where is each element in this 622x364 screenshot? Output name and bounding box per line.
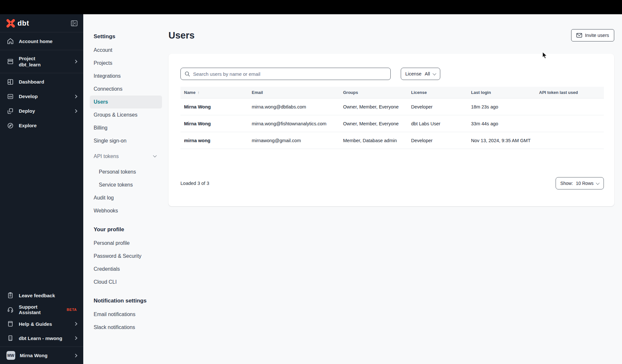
settings-item-cloud-cli[interactable]: Cloud CLI [90,276,162,289]
settings-item-audit-log[interactable]: Audit log [90,191,162,204]
settings-item-connections[interactable]: Connections [90,83,162,96]
cell-license: dbt Labs User [408,121,467,126]
chevron-right-icon [74,354,77,357]
book-icon [6,320,14,328]
search-box [180,68,391,80]
cell-name: Mirna Wong [180,104,248,109]
code-icon [6,93,14,100]
chevron-right-icon [74,336,77,340]
sidebar-item-label: Leave feedback [19,293,55,298]
dbt-logo-icon [6,19,15,28]
dashboard-icon [6,78,14,86]
chevron-right-icon [74,109,77,113]
cell-last-login: 18m 23s ago [467,104,536,109]
page-title: Users [168,30,195,41]
cell-name: Mirna Wong [180,121,248,126]
settings-item-integrations[interactable]: Integrations [90,70,162,83]
column-header-license[interactable]: License [408,90,467,95]
sidebar-item-support-assistant[interactable]: Support Assistant BETA [0,302,83,317]
cell-groups: Owner, Member, Everyone [340,104,408,109]
sidebar-item-leave-feedback[interactable]: Leave feedback [0,288,83,302]
home-icon [6,37,14,45]
column-header-email[interactable]: Email [248,90,340,95]
user-name: Mirna Wong [20,353,48,358]
settings-item-users[interactable]: Users [90,96,162,108]
top-bar [0,0,622,14]
invite-users-button[interactable]: Invite users [571,29,614,41]
column-header-api-token-last-used[interactable]: API token last used [536,90,604,95]
column-header-groups[interactable]: Groups [340,90,408,95]
sidebar-item-label: Deploy [19,108,35,114]
table-row[interactable]: mirna wong mirnawong@gmail.com Member, D… [180,132,604,149]
settings-item-credentials[interactable]: Credentials [90,263,162,276]
chevron-right-icon [74,95,77,98]
cell-last-login: Nov 13, 2024, 9:35 AM GMT [467,138,536,143]
settings-item-personal-profile[interactable]: Personal profile [90,237,162,250]
archive-icon [6,58,14,65]
settings-item-slack-notifications[interactable]: Slack notifications [90,321,162,334]
sidebar-project-name: dbt_learn [19,62,41,67]
search-input[interactable] [193,71,386,77]
clipboard-icon [6,291,14,299]
sidebar-item-account-home[interactable]: Account home [0,32,83,50]
license-filter-dropdown[interactable]: License All [401,68,440,80]
settings-item-service-tokens[interactable]: Service tokens [90,178,162,191]
chevron-down-icon [432,72,436,75]
cell-name: mirna wong [180,138,248,143]
cell-groups: Member, Database admin [340,138,408,143]
column-header-name[interactable]: Name↑ [180,90,248,95]
users-table: Name↑ Email Groups License Last login AP… [180,87,604,149]
sidebar-spacer [0,133,83,288]
settings-item-projects[interactable]: Projects [90,57,162,70]
chevron-down-icon [596,181,599,185]
sidebar-item-label: Explore [19,123,37,128]
sidebar-header: dbt [0,14,83,32]
cell-license: Developer [408,138,467,143]
table-row[interactable]: Mirna Wong mirna.wong@fishtownanalytics.… [180,115,604,132]
settings-item-single-sign-on[interactable]: Single sign-on [90,134,162,147]
dbt-logo: dbt [6,19,29,28]
settings-item-account[interactable]: Account [90,44,162,57]
building-icon [6,334,14,342]
your-profile-heading: Your profile [90,226,162,233]
sidebar-item-deploy[interactable]: Deploy [0,104,83,118]
settings-item-api-tokens[interactable]: API tokens [90,150,162,163]
search-icon [185,71,190,77]
rows-per-page-dropdown[interactable]: Show: 10 Rows [556,177,604,189]
sidebar-item-project[interactable]: Project dbt_learn [0,50,83,73]
sidebar-item-label: Project [19,56,41,61]
chevron-right-icon [74,60,77,63]
cell-email: mirnawong@gmail.com [248,138,340,143]
sidebar-item-explore[interactable]: Explore [0,118,83,133]
settings-item-email-notifications[interactable]: Email notifications [90,308,162,321]
headset-icon [6,306,14,313]
loaded-count-text: Loaded 3 of 3 [180,181,209,186]
table-row[interactable]: Mirna Wong mirna.wong@dbtlabs.com Owner,… [180,98,604,115]
cell-last-login: 33m 44s ago [467,121,536,126]
column-header-last-login[interactable]: Last login [467,90,536,95]
sidebar: dbt Account home Project dbt_le [0,14,83,364]
main-content: Users Invite users License All [168,14,622,364]
sort-ascending-icon: ↑ [197,90,200,95]
sidebar-user-menu[interactable]: MW Mirna Wong [0,347,83,364]
sidebar-item-help-guides[interactable]: Help & Guides [0,317,83,331]
sidebar-item-develop[interactable]: Develop [0,89,83,104]
avatar: MW [6,351,15,360]
settings-item-personal-tokens[interactable]: Personal tokens [90,165,162,178]
sidebar-item-dbt-learn-account[interactable]: dbt Learn - mwong [0,331,83,345]
settings-item-password-security[interactable]: Password & Security [90,250,162,263]
settings-item-webhooks[interactable]: Webhooks [90,204,162,217]
users-card: License All Name↑ Email Groups License L… [168,54,614,206]
sidebar-item-label: Develop [19,94,38,99]
envelope-icon [576,33,582,38]
settings-nav: Settings Account Projects Integrations C… [83,14,168,364]
sidebar-item-dashboard[interactable]: Dashboard [0,74,83,89]
settings-item-groups-licenses[interactable]: Groups & Licenses [90,108,162,121]
settings-item-billing[interactable]: Billing [90,121,162,134]
chevron-down-icon [153,154,156,157]
cell-license: Developer [408,104,467,109]
chevron-right-icon [74,322,77,325]
deploy-icon [6,107,14,115]
notification-settings-heading: Notification settings [90,297,162,305]
collapse-sidebar-icon[interactable] [71,20,77,26]
